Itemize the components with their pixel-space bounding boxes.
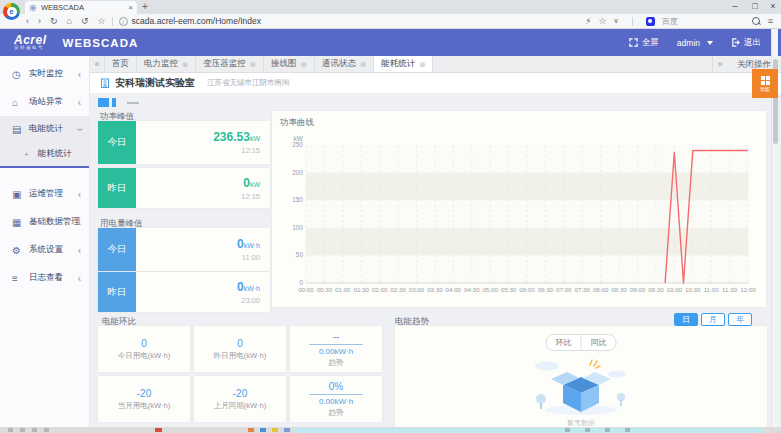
peak-time: 11:00	[242, 253, 260, 262]
sidebar-subitem-label: 能耗统计	[38, 148, 72, 160]
taskbar-active-strip[interactable]	[294, 428, 764, 433]
sidebar-item-6[interactable]: ⚙系统设置‹	[0, 236, 89, 264]
taskbar-icon[interactable]	[32, 428, 37, 432]
tab-close-icon[interactable]: ⊗	[419, 60, 425, 69]
trend-range-buttons: 日月年	[674, 313, 752, 326]
svg-text:01:00: 01:00	[335, 286, 351, 293]
reload-button[interactable]: ↻	[50, 16, 58, 26]
window-maximize-button[interactable]: □	[746, 0, 764, 14]
fullscreen-button[interactable]: 全屏	[629, 37, 659, 49]
user-menu[interactable]: admin	[677, 38, 713, 48]
svg-text:03:00: 03:00	[409, 286, 425, 293]
taskbar-tray-icon[interactable]	[625, 428, 630, 432]
peak-value: 0kW·h	[237, 280, 260, 294]
svg-text:02:30: 02:30	[390, 286, 406, 293]
home-button[interactable]: ⌂	[67, 16, 72, 26]
search-engine-label[interactable]: 百度	[662, 16, 678, 27]
indicator-dash[interactable]	[127, 102, 139, 104]
tabs-scroll-right-icon[interactable]: »	[712, 56, 727, 72]
trend-legend: 环比同比	[546, 334, 617, 351]
sidebar-subitem[interactable]: +能耗统计	[0, 142, 89, 166]
range-button-日[interactable]: 日	[674, 313, 698, 326]
dropdown-caret-icon[interactable]: ∨	[614, 17, 619, 25]
sidebar: ◷实时监控‹⌂场站异常‹▤电能统计‹+能耗统计▣运维管理‹▦基础数据管理‹⚙系统…	[0, 56, 90, 427]
page-tab[interactable]: 变压器监控⊗	[196, 56, 264, 72]
sidebar-item-2[interactable]: ⌂场站异常‹	[0, 88, 89, 116]
page-tab[interactable]: 通讯状态⊗	[315, 56, 374, 72]
sidebar-item-5[interactable]: ▦基础数据管理‹	[0, 208, 89, 236]
indicator-bar-2[interactable]	[112, 98, 116, 107]
sidebar-item-label: 日志查看	[29, 272, 63, 284]
baidu-logo-icon[interactable]	[646, 17, 655, 26]
station-alarm-icon: ⌂	[12, 97, 24, 108]
peak-card-body: 0kW·h23:00	[136, 272, 270, 312]
tab-close-icon[interactable]: ⊗	[301, 60, 307, 69]
bookmark-star-icon[interactable]: ☆	[98, 16, 106, 26]
tab-close-icon[interactable]: ×	[128, 3, 133, 12]
page-tab-label: 变压器监控	[203, 58, 246, 70]
taskbar-tray-icon[interactable]	[585, 428, 590, 432]
chevron-down-icon	[707, 41, 713, 45]
carousel-indicator[interactable]	[98, 98, 139, 107]
taskbar-icon[interactable]	[20, 428, 25, 432]
taskbar-icon[interactable]	[8, 428, 13, 432]
taskbar-icon[interactable]	[260, 428, 266, 432]
taskbar-icon[interactable]	[44, 428, 49, 432]
browser-tab[interactable]: WEBSCADA ×	[25, 1, 137, 14]
svg-text:0: 0	[299, 279, 303, 286]
favicon	[29, 4, 37, 12]
sidebar-item-7[interactable]: ≡日志查看‹	[0, 264, 89, 292]
browser-menu-icon[interactable]: ≡	[768, 16, 773, 26]
taskbar-icon[interactable]	[284, 428, 290, 432]
energy-stats-icon: ▤	[12, 124, 24, 135]
tab-close-icon[interactable]: ⊗	[182, 60, 188, 69]
tabs-scroll-left-icon[interactable]: «	[90, 56, 105, 72]
page-tab[interactable]: 接线图⊗	[264, 56, 315, 72]
sidebar-group: ◷实时监控‹	[0, 60, 89, 88]
browser-tab-title: WEBSCADA	[41, 3, 125, 12]
svg-text:10:00: 10:00	[667, 286, 683, 293]
logout-button[interactable]: 退出	[731, 37, 761, 49]
sidebar-item-1[interactable]: ◷实时监控‹	[0, 60, 89, 88]
taskbar-tray-icon[interactable]	[605, 428, 610, 432]
favorite-star-icon[interactable]: ☆	[599, 16, 607, 26]
grid-icon	[761, 76, 770, 85]
page-tab[interactable]: 能耗统计⊗	[374, 56, 433, 72]
tab-close-icon[interactable]: ⊗	[360, 60, 366, 69]
browser-logo-icon[interactable]: e	[3, 3, 20, 20]
svg-text:08:00: 08:00	[593, 286, 609, 293]
window-minimize-button[interactable]: –	[726, 0, 744, 14]
flash-icon[interactable]: ⚡	[585, 16, 591, 26]
taskbar-icon[interactable]	[272, 428, 278, 432]
svg-text:00:00: 00:00	[298, 286, 314, 293]
sidebar-item-4[interactable]: ▣运维管理‹	[0, 180, 89, 208]
new-tab-button[interactable]: +	[142, 1, 148, 12]
chevron-icon: ‹	[78, 97, 81, 108]
forward-button[interactable]: ›	[38, 16, 41, 26]
indicator-bar-1[interactable]	[98, 98, 109, 107]
search-icon[interactable]	[752, 17, 761, 26]
svg-text:05:00: 05:00	[482, 286, 498, 293]
taskbar-icon[interactable]	[155, 428, 162, 432]
peak-time: 12:15	[241, 192, 260, 201]
legend-pill[interactable]: 同比	[581, 335, 616, 350]
range-button-月[interactable]: 月	[701, 313, 725, 326]
url-field[interactable]: scada.acrel-eem.com/Home/Index	[132, 16, 261, 26]
page-tab[interactable]: 电力监控⊗	[137, 56, 196, 72]
back-button[interactable]: ‹	[26, 16, 29, 26]
history-button[interactable]: ↺	[81, 16, 89, 26]
sidebar-item-label: 场站异常	[29, 96, 63, 108]
legend-pill[interactable]: 环比	[547, 335, 581, 350]
site-info-icon[interactable]: i	[119, 17, 128, 26]
tab-close-icon[interactable]: ⊗	[250, 60, 256, 69]
taskbar-icon[interactable]	[248, 428, 254, 432]
ratio-label: 当月用电(kW·h)	[118, 401, 171, 411]
sidebar-item-3[interactable]: ▤电能统计‹	[0, 116, 89, 142]
taskbar-tray-icon[interactable]	[565, 428, 570, 432]
page-tab[interactable]: 首页	[105, 56, 137, 72]
window-close-button[interactable]: ×	[764, 0, 781, 14]
peak-card-body: 0kW12:15	[136, 168, 270, 208]
range-button-年[interactable]: 年	[728, 313, 752, 326]
dashboard-content: 功率峰值 今日236.53kW12:15昨日0kW12:15 用电量峰值 今日0…	[90, 94, 781, 427]
quick-nav-button[interactable]: 导航	[752, 69, 778, 98]
